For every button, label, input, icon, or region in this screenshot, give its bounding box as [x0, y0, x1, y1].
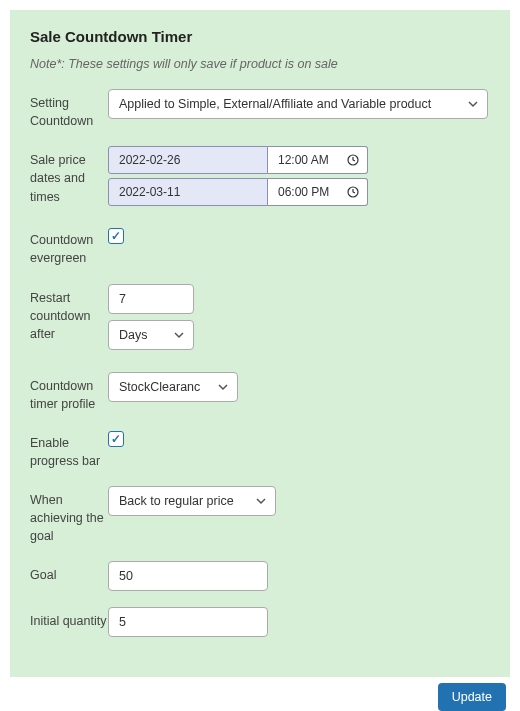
panel-note: Note*: These settings will only save if … — [30, 57, 490, 71]
evergreen-label: Countdown evergreen — [30, 226, 108, 267]
clock-icon — [347, 154, 359, 166]
chevron-down-icon — [217, 381, 229, 393]
setting-countdown-select[interactable]: Applied to Simple, External/Affiliate an… — [108, 89, 488, 119]
end-time-input[interactable]: 06:00 PM — [268, 178, 368, 206]
panel-title: Sale Countdown Timer — [30, 28, 490, 45]
restart-label: Restart countdown after — [30, 284, 108, 343]
setting-countdown-label: Setting Countdown — [30, 89, 108, 130]
progress-label: Enable progress bar — [30, 429, 108, 470]
sale-dates-label: Sale price dates and times — [30, 146, 108, 205]
profile-select[interactable]: StockClearanc — [108, 372, 238, 402]
setting-countdown-value: Applied to Simple, External/Affiliate an… — [119, 97, 431, 111]
achieve-label: When achieving the goal — [30, 486, 108, 545]
update-button[interactable]: Update — [438, 683, 506, 711]
start-time-input[interactable]: 12:00 AM — [268, 146, 368, 174]
goal-input[interactable]: 50 — [108, 561, 268, 591]
chevron-down-icon — [255, 495, 267, 507]
end-date-input[interactable]: 2022-03-11 — [108, 178, 268, 206]
restart-unit-select[interactable]: Days — [108, 320, 194, 350]
start-date-input[interactable]: 2022-02-26 — [108, 146, 268, 174]
countdown-settings-panel: Sale Countdown Timer Note*: These settin… — [10, 10, 510, 677]
goal-label: Goal — [30, 561, 108, 584]
chevron-down-icon — [467, 98, 479, 110]
clock-icon — [347, 186, 359, 198]
progress-checkbox[interactable] — [108, 431, 124, 447]
profile-label: Countdown timer profile — [30, 372, 108, 413]
chevron-down-icon — [173, 329, 185, 341]
achieve-select[interactable]: Back to regular price — [108, 486, 276, 516]
initial-label: Initial quantity — [30, 607, 108, 630]
evergreen-checkbox[interactable] — [108, 228, 124, 244]
restart-value-input[interactable]: 7 — [108, 284, 194, 314]
initial-input[interactable]: 5 — [108, 607, 268, 637]
